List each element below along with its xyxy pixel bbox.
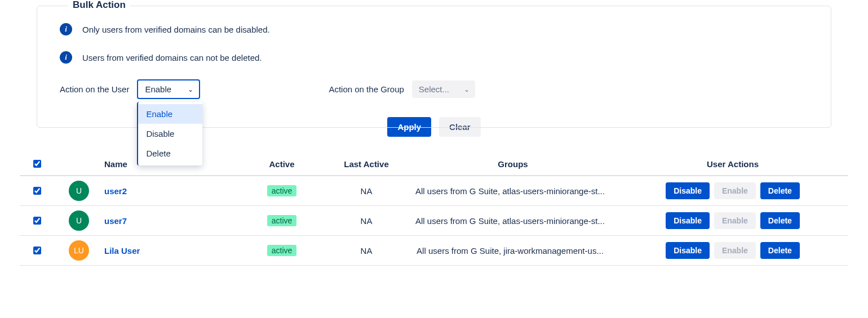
bulk-action-panel: Bulk Action i Only users from verified d… xyxy=(37,6,831,128)
enable-button[interactable]: Enable xyxy=(714,212,756,229)
delete-button[interactable]: Delete xyxy=(760,182,800,199)
group-action-select-value: Select... xyxy=(419,84,449,94)
info-row-2: i Users from verified domains can not be… xyxy=(60,51,808,64)
col-user-actions: User Actions xyxy=(617,159,848,169)
groups-value: All users from G Suite, atlas-users-mini… xyxy=(409,216,617,226)
avatar: U xyxy=(69,181,89,201)
group-action-label: Action on the Group xyxy=(329,84,404,94)
groups-value: All users from G Suite, atlas-users-mini… xyxy=(409,186,617,196)
disable-button[interactable]: Disable xyxy=(666,212,710,229)
info-icon: i xyxy=(60,51,72,64)
enable-button[interactable]: Enable xyxy=(714,182,756,199)
dropdown-item-disable[interactable]: Disable xyxy=(138,124,202,144)
table-row: U user2 active NA All users from G Suite… xyxy=(20,176,848,206)
status-badge: active xyxy=(267,215,297,226)
user-name-link[interactable]: Lila User xyxy=(104,246,140,256)
row-checkbox[interactable] xyxy=(33,247,41,254)
info-text: Users from verified domains can not be d… xyxy=(82,53,262,62)
dropdown-item-enable[interactable]: Enable xyxy=(138,104,202,124)
user-name-link[interactable]: user7 xyxy=(104,216,127,226)
row-checkbox[interactable] xyxy=(33,187,41,195)
row-actions: Disable Enable Delete xyxy=(617,242,848,259)
col-groups: Groups xyxy=(409,159,617,169)
chevron-down-icon: ⌄ xyxy=(464,86,470,93)
table-row: LU Lila User active NA All users from G … xyxy=(20,236,848,266)
user-action-select-value: Enable xyxy=(145,84,171,94)
delete-button[interactable]: Delete xyxy=(760,212,800,229)
row-checkbox[interactable] xyxy=(33,217,41,225)
group-action-select-wrap: Select... ⌄ xyxy=(412,80,475,98)
last-active-value: NA xyxy=(324,186,409,196)
info-row-1: i Only users from verified domains can b… xyxy=(60,23,808,35)
col-last-active: Last Active xyxy=(324,159,409,169)
users-table: Name Active Last Active Groups User Acti… xyxy=(20,154,848,266)
user-action-dropdown: Enable Disable Delete xyxy=(137,102,202,165)
info-text: Only users from verified domains can be … xyxy=(82,25,270,34)
status-badge: active xyxy=(267,185,297,196)
group-action-select[interactable]: Select... ⌄ xyxy=(412,80,475,98)
delete-button[interactable]: Delete xyxy=(760,242,800,259)
status-badge: active xyxy=(267,245,297,256)
disable-button[interactable]: Disable xyxy=(666,242,710,259)
col-active: Active xyxy=(240,159,324,169)
row-actions: Disable Enable Delete xyxy=(617,212,848,229)
user-action-select[interactable]: Enable ⌄ xyxy=(137,79,200,99)
actions-row: Action on the User Enable ⌄ Enable Disab… xyxy=(60,79,808,99)
groups-value: All users from G Suite, jira-workmanagem… xyxy=(409,246,617,256)
chevron-down-icon: ⌄ xyxy=(188,86,193,93)
last-active-value: NA xyxy=(324,216,409,226)
bulk-action-legend: Bulk Action xyxy=(68,0,130,11)
last-active-value: NA xyxy=(324,246,409,256)
table-row: U user7 active NA All users from G Suite… xyxy=(20,206,848,236)
avatar: LU xyxy=(69,240,89,261)
user-action-select-wrap: Enable ⌄ Enable Disable Delete xyxy=(137,79,200,99)
row-actions: Disable Enable Delete xyxy=(617,182,848,199)
info-icon: i xyxy=(60,23,72,35)
user-name-link[interactable]: user2 xyxy=(104,186,127,196)
user-action-label: Action on the User xyxy=(60,84,129,94)
disable-button[interactable]: Disable xyxy=(666,182,710,199)
enable-button[interactable]: Enable xyxy=(714,242,756,259)
select-all-checkbox[interactable] xyxy=(33,160,41,168)
avatar: U xyxy=(69,210,89,231)
dropdown-item-delete[interactable]: Delete xyxy=(138,144,202,163)
